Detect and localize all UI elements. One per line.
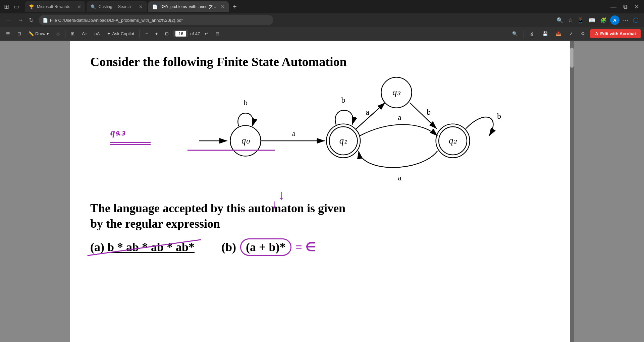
rotate-button[interactable]: ⊞ bbox=[68, 30, 77, 38]
page-total: of 47 bbox=[190, 31, 200, 36]
browser-chrome: ⊞ ▭ 🏆 Microsoft Rewards ✕ 🔍 Casting f - … bbox=[0, 0, 644, 27]
tab-casting-search[interactable]: 🔍 Casting f - Search ✕ bbox=[87, 1, 147, 12]
close-button[interactable]: ✕ bbox=[632, 2, 641, 11]
tab-bar: ⊞ ▭ 🏆 Microsoft Rewards ✕ 🔍 Casting f - … bbox=[0, 0, 644, 13]
sidebar-toggle-icon[interactable]: ▭ bbox=[12, 2, 21, 12]
extensions-icon[interactable]: 🧩 bbox=[599, 16, 608, 25]
pdf-body-text: The language accepted by this automaton … bbox=[90, 201, 550, 232]
translate-button[interactable]: аА bbox=[92, 30, 103, 38]
text-size-button[interactable]: A↕ bbox=[79, 30, 90, 38]
toolbar-right: 🔍 🖨 💾 📤 ⤢ ⚙ A Edit with Acrobat bbox=[509, 29, 641, 38]
tab-favicon-1: 🏆 bbox=[29, 4, 34, 9]
pdf-options: (a) b * ab * ab * ab* (b) (a + b)* = ∈ bbox=[90, 238, 550, 256]
address-bar: ← → ↻ 📄 File C:/Users/datth/Downloads/DF… bbox=[0, 13, 644, 27]
print-icon[interactable]: 🖨 bbox=[527, 30, 537, 38]
navigation-controls: ← → ↻ bbox=[4, 16, 36, 24]
page-input-wrap bbox=[173, 30, 188, 37]
option-b-label: (b) bbox=[221, 240, 236, 254]
zoom-out-button[interactable]: − bbox=[143, 30, 151, 38]
pdf-toolbar: ☰ ⊡ ✏️ Draw ▾ ◇ ⊞ A↕ аА ✦ Ask Copilot − … bbox=[0, 27, 644, 41]
forward-button[interactable]: → bbox=[15, 16, 25, 24]
pdf-settings-icon[interactable]: ⚙ bbox=[578, 30, 588, 38]
tab-bar-left: ⊞ ▭ bbox=[3, 2, 21, 12]
search-icon[interactable]: 🔍 bbox=[555, 16, 565, 25]
back-button[interactable]: ← bbox=[4, 16, 14, 24]
tab-close-3[interactable]: ✕ bbox=[221, 4, 225, 9]
acrobat-icon: A bbox=[595, 31, 598, 36]
toolbar-separator-1 bbox=[65, 30, 65, 38]
restore-button[interactable]: ⧉ bbox=[621, 3, 630, 11]
zoom-in-button[interactable]: + bbox=[153, 30, 161, 38]
edit-acrobat-label: Edit with Acrobat bbox=[600, 31, 636, 36]
option-b-expression-circled: (a + b)* bbox=[240, 238, 291, 256]
edge-icon[interactable]: ⬡ bbox=[632, 15, 640, 25]
pdf-page: Consider the following Finite State Auto… bbox=[70, 41, 570, 342]
fit-width-button[interactable]: ⊡ bbox=[162, 30, 171, 38]
tab-title-2: Casting f - Search bbox=[99, 4, 136, 9]
pdf-content-area: Consider the following Finite State Auto… bbox=[0, 41, 644, 342]
page-number-input[interactable] bbox=[175, 31, 186, 37]
tab-close-1[interactable]: ✕ bbox=[77, 4, 81, 9]
new-tab-button[interactable]: + bbox=[230, 3, 239, 11]
tab-favicon-3: 📄 bbox=[152, 4, 158, 9]
settings-icon[interactable]: ⋯ bbox=[622, 16, 630, 25]
tab-favicon-2: 🔍 bbox=[91, 4, 96, 9]
tab-microsoft-rewards[interactable]: 🏆 Microsoft Rewards ✕ bbox=[25, 1, 85, 12]
pdf-scrollbar[interactable] bbox=[570, 41, 574, 342]
minimize-button[interactable]: — bbox=[608, 3, 619, 11]
profile-button[interactable]: A bbox=[610, 15, 620, 25]
favorites-icon[interactable]: ☆ bbox=[567, 16, 574, 25]
two-page-view-button[interactable]: ⊟ bbox=[213, 30, 222, 38]
pencil-icon: ✏️ bbox=[29, 31, 34, 36]
toolbar-separator-3 bbox=[524, 30, 524, 38]
toolbar-search-icon[interactable]: 🔍 bbox=[509, 30, 520, 38]
ask-copilot-label: Ask Copilot bbox=[112, 31, 134, 36]
copilot-icon: ✦ bbox=[107, 31, 111, 36]
tab-title-3: DFA_problems_with_anno (2).pdf bbox=[160, 4, 218, 9]
toolbar-right-icons: 🔍 ☆ 📱 📖 🧩 A ⋯ ⬡ bbox=[555, 15, 640, 25]
file-icon: 📄 bbox=[43, 18, 48, 23]
arrow-annotation-extra: ↓ bbox=[271, 197, 277, 211]
option-b: (b) (a + b)* = ∈ bbox=[221, 238, 316, 256]
option-a: (a) b * ab * ab * ab* bbox=[90, 240, 195, 254]
ask-copilot-button[interactable]: ✦ Ask Copilot bbox=[104, 30, 137, 38]
address-text: File C:/Users/datth/Downloads/DFA_proble… bbox=[50, 18, 269, 23]
scrollbar-thumb[interactable] bbox=[570, 48, 574, 68]
tab-close-2[interactable]: ✕ bbox=[139, 4, 143, 9]
save-icon[interactable]: 💾 bbox=[540, 30, 550, 38]
annotation-svg bbox=[90, 76, 550, 197]
phone-icon[interactable]: 📱 bbox=[576, 16, 585, 25]
go-back-button[interactable]: ↩ bbox=[202, 30, 211, 38]
share-icon[interactable]: 📤 bbox=[553, 30, 564, 38]
draw-label: Draw bbox=[35, 31, 45, 36]
dfa-diagram: q₉.₃ ↓ ↓ q₀ b a bbox=[90, 76, 550, 197]
reading-view-icon[interactable]: 📖 bbox=[587, 16, 597, 25]
draw-dropdown[interactable]: ✏️ Draw ▾ bbox=[26, 30, 52, 38]
tab-title-1: Microsoft Rewards bbox=[37, 4, 74, 9]
body-line-2: by the regular expression bbox=[90, 217, 220, 230]
tab-pdf[interactable]: 📄 DFA_problems_with_anno (2).pdf ✕ bbox=[148, 1, 229, 12]
pdf-title: Consider the following Finite State Auto… bbox=[90, 54, 550, 70]
eraser-button[interactable]: ◇ bbox=[54, 30, 62, 38]
option-b-expr: (a + b)* bbox=[246, 240, 286, 254]
address-input-wrap[interactable]: 📄 File C:/Users/datth/Downloads/DFA_prob… bbox=[39, 15, 273, 25]
toolbar-menu-button[interactable]: ☰ bbox=[3, 30, 13, 38]
workspace-icon[interactable]: ⊞ bbox=[3, 2, 10, 12]
option-a-label: (a) bbox=[90, 240, 107, 254]
toolbar-separator-2 bbox=[140, 30, 140, 38]
reload-button[interactable]: ↻ bbox=[27, 16, 36, 24]
expand-icon[interactable]: ⤢ bbox=[567, 30, 576, 38]
draw-chevron: ▾ bbox=[47, 31, 49, 36]
option-b-epsilon: = ∈ bbox=[296, 240, 316, 254]
body-line-1: The language accepted by this automaton … bbox=[90, 202, 345, 215]
edit-with-acrobat-button[interactable]: A Edit with Acrobat bbox=[590, 29, 641, 38]
fit-page-button[interactable]: ⊡ bbox=[15, 30, 24, 38]
